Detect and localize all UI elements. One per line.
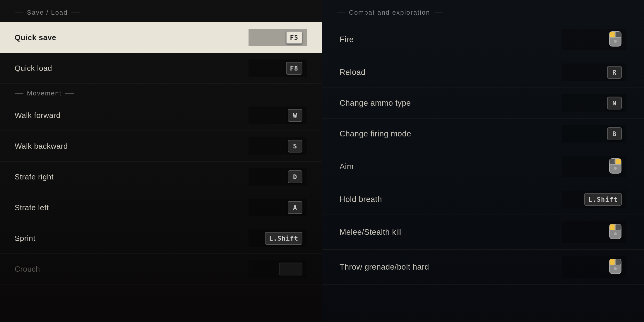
- strafe-right-label: Strafe right: [15, 172, 54, 181]
- sprint-key-area: L.Shift: [249, 229, 307, 247]
- strafe-left-key: A: [288, 201, 302, 214]
- keybind-row-change-ammo[interactable]: Change ammo type N: [322, 88, 644, 119]
- walk-forward-key: W: [288, 109, 302, 122]
- svg-point-5: [614, 40, 617, 43]
- keybind-row-walk-backward[interactable]: Walk backward S: [0, 131, 322, 162]
- strafe-left-label: Strafe left: [15, 203, 49, 212]
- svg-rect-2: [615, 32, 621, 37]
- change-firing-mode-key-area: B: [562, 125, 626, 143]
- crouch-key-area: [249, 260, 307, 278]
- movement-title: Movement: [27, 90, 62, 97]
- keybind-row-quick-load[interactable]: Quick load F8: [0, 53, 322, 84]
- quick-save-label: Quick save: [15, 33, 56, 42]
- keybind-row-strafe-left[interactable]: Strafe left A: [0, 192, 322, 223]
- svg-point-11: [614, 167, 617, 170]
- walk-backward-label: Walk backward: [15, 142, 68, 151]
- right-panel: Combat and exploration Fire Reload R: [322, 0, 644, 322]
- svg-rect-13: [609, 224, 615, 230]
- quick-save-key: F5: [286, 31, 303, 44]
- throw-grenade-label: Throw grenade/bolt hard: [340, 263, 429, 272]
- svg-rect-1: [609, 32, 615, 37]
- change-firing-mode-key: B: [607, 127, 622, 140]
- change-ammo-key-area: N: [562, 94, 626, 112]
- keybind-row-strafe-right[interactable]: Strafe right D: [0, 162, 322, 192]
- fire-mouse-icon: [609, 31, 622, 48]
- quick-load-label: Quick load: [15, 64, 52, 73]
- combat-line-left: [337, 13, 345, 13]
- movement-line-left: [15, 93, 23, 94]
- sprint-label: Sprint: [15, 234, 35, 243]
- quick-load-key: F8: [286, 62, 303, 75]
- svg-rect-14: [615, 224, 621, 230]
- header-line-right: [71, 13, 80, 13]
- keybind-row-walk-forward[interactable]: Walk forward W: [0, 100, 322, 131]
- quick-load-key-area: F8: [249, 59, 307, 77]
- throw-grenade-key-area: [562, 256, 626, 278]
- walk-forward-label: Walk forward: [15, 111, 61, 120]
- change-ammo-label: Change ammo type: [340, 99, 411, 108]
- svg-rect-8: [615, 159, 621, 165]
- svg-point-23: [614, 267, 617, 270]
- save-load-header: Save / Load: [0, 9, 322, 16]
- keybind-row-fire[interactable]: Fire: [322, 22, 644, 57]
- movement-header: Movement: [0, 90, 322, 97]
- walk-forward-key-area: W: [249, 107, 307, 124]
- fire-key-area: [562, 29, 626, 50]
- hold-breath-key: L.Shift: [584, 193, 622, 206]
- aim-key-area: [562, 156, 626, 177]
- keybind-row-throw-grenade[interactable]: Throw grenade/bolt hard: [322, 250, 644, 285]
- combat-line-right: [434, 13, 443, 13]
- fire-label: Fire: [340, 35, 354, 44]
- left-panel: Save / Load Quick save F5 Quick load F8 …: [0, 0, 322, 322]
- reload-key: R: [607, 66, 622, 79]
- reload-label: Reload: [340, 68, 366, 77]
- quick-save-key-area: F5: [249, 29, 307, 46]
- walk-backward-key-area: S: [249, 137, 307, 155]
- keybind-row-crouch[interactable]: Crouch: [0, 254, 322, 285]
- keybind-row-aim[interactable]: Aim: [322, 149, 644, 184]
- melee-stealth-label: Melee/Stealth kill: [340, 228, 402, 237]
- change-ammo-key: N: [607, 97, 622, 109]
- keybind-row-change-firing-mode[interactable]: Change firing mode B: [322, 119, 644, 149]
- keybind-row-melee-stealth[interactable]: Melee/Stealth kill: [322, 215, 644, 250]
- keybind-row-hold-breath[interactable]: Hold breath L.Shift: [322, 184, 644, 215]
- strafe-right-key: D: [288, 170, 302, 183]
- aim-label: Aim: [340, 162, 354, 171]
- throw-grenade-mouse-icon: [609, 258, 622, 275]
- strafe-left-key-area: A: [249, 199, 307, 216]
- keybind-row-sprint[interactable]: Sprint L.Shift: [0, 223, 322, 254]
- strafe-right-key-area: D: [249, 168, 307, 186]
- movement-line-right: [65, 93, 74, 94]
- combat-header: Combat and exploration: [322, 9, 644, 16]
- svg-rect-20: [615, 259, 621, 265]
- combat-title: Combat and exploration: [349, 9, 430, 16]
- melee-stealth-key-area: [562, 221, 626, 243]
- keybind-row-quick-save[interactable]: Quick save F5: [0, 22, 322, 53]
- save-load-title: Save / Load: [27, 9, 68, 16]
- hold-breath-label: Hold breath: [340, 195, 382, 204]
- crouch-key: [279, 263, 302, 275]
- change-firing-mode-label: Change firing mode: [340, 129, 411, 138]
- reload-key-area: R: [562, 64, 626, 81]
- keybind-row-reload[interactable]: Reload R: [322, 57, 644, 88]
- melee-stealth-mouse-icon: [609, 224, 622, 241]
- walk-backward-key: S: [288, 140, 302, 153]
- aim-mouse-icon: [609, 158, 622, 175]
- crouch-label: Crouch: [15, 265, 40, 274]
- svg-rect-19: [609, 259, 615, 265]
- hold-breath-key-area: L.Shift: [562, 191, 626, 208]
- svg-rect-7: [609, 159, 615, 165]
- sprint-key: L.Shift: [265, 232, 302, 245]
- svg-point-17: [614, 232, 617, 235]
- header-line-left: [15, 13, 23, 13]
